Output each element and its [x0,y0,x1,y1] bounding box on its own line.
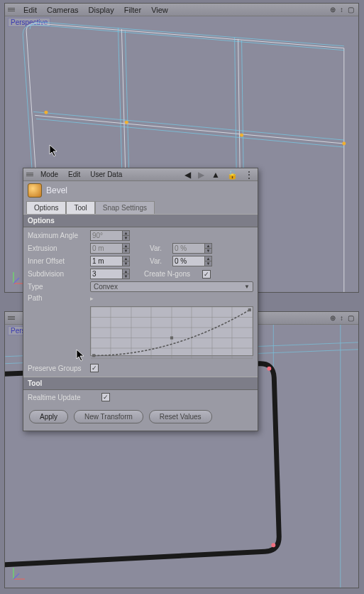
nav-up-icon[interactable]: ▲ [210,170,221,180]
label-type: Type [28,283,87,291]
drag-handle-icon[interactable] [26,173,33,176]
section-options: Options [23,214,258,227]
input-subdivision[interactable]: ▲▼ [90,269,130,279]
nav-max-icon[interactable]: ▢ [346,314,355,322]
label-inner-offset: Inner Offset [28,257,87,265]
label-preserve-groups: Preserve Groups [28,364,87,372]
tab-tool[interactable]: Tool [66,201,94,214]
svg-point-12 [240,134,243,137]
bevel-dialog: Mode Edit User Data ◀ ▶ ▲ 🔓 ⋮ Bevel Opti… [23,168,258,431]
checkbox-preserve-groups[interactable]: ✓ [90,364,99,372]
svg-point-10 [44,111,48,114]
tab-options[interactable]: Options [26,201,66,214]
nav-up-icon[interactable]: ⊕ [329,314,337,322]
nav-fwd-icon[interactable]: ▶ [197,170,206,180]
svg-rect-41 [92,354,95,357]
chevron-down-icon: ▼ [244,284,250,290]
section-tool: Tool [23,377,258,390]
nav-up-icon[interactable]: ⊕ [329,6,337,14]
nav-down-icon[interactable]: ↕ [338,6,345,14]
svg-line-25 [13,573,19,579]
drag-handle-icon[interactable] [8,316,15,320]
dialog-tabs: Options Tool Snap Settings [23,201,258,214]
svg-line-2 [35,115,344,144]
svg-point-22 [271,543,275,547]
input-extrusion[interactable]: ▲▼ [90,243,130,254]
dialog-menu-userdata[interactable]: User Data [87,171,125,178]
tool-title-row: Bevel [23,181,258,200]
svg-rect-42 [170,336,173,339]
svg-point-21 [267,367,271,371]
svg-rect-43 [248,308,251,311]
checkbox-realtime[interactable]: ✓ [101,393,110,401]
label-extrusion-var: Var. [150,244,170,252]
input-extrusion-var[interactable]: ▲▼ [172,243,212,254]
label-max-angle: Maximum Angle [28,232,87,239]
path-arrow-icon: ▸ [90,295,94,302]
lock-icon[interactable]: 🔓 [226,170,239,180]
nav-down-icon[interactable]: ↕ [338,314,345,322]
curve-editor[interactable] [90,306,253,356]
menu-edit[interactable]: Edit [19,6,41,14]
label-ngons: Create N-gons [144,270,199,278]
label-extrusion: Extrusion [28,244,87,252]
new-transform-button[interactable]: New Transform [74,410,143,423]
menu-icon[interactable]: ⋮ [243,170,255,180]
input-max-angle[interactable]: ▲▼ [90,230,130,241]
checkbox-ngons[interactable]: ✓ [202,270,211,279]
label-path: Path [28,294,87,302]
tool-name: Bevel [46,185,67,195]
viewport-menubar: Edit Cameras Display Filter View ⊕ ↕ ▢ [5,4,358,16]
nav-back-icon[interactable]: ◀ [183,170,192,180]
svg-line-9 [36,119,344,147]
svg-point-11 [125,121,128,124]
label-inner-var: Var. [150,257,170,265]
select-type[interactable]: Convex▼ [90,281,253,292]
label-realtime: Realtime Update [28,394,99,401]
drag-handle-icon[interactable] [8,8,15,11]
menu-view[interactable]: View [147,6,172,14]
svg-line-8 [33,112,344,140]
dialog-menu-edit[interactable]: Edit [65,171,83,178]
apply-button[interactable]: Apply [29,410,68,423]
input-inner-offset[interactable]: ▲▼ [90,256,130,266]
menu-display[interactable]: Display [84,6,118,14]
label-subdivision: Subdivision [28,270,87,278]
dialog-header[interactable]: Mode Edit User Data ◀ ▶ ▲ 🔓 ⋮ [23,168,258,181]
nav-max-icon[interactable]: ▢ [346,6,355,14]
input-inner-var[interactable]: ▲▼ [172,256,212,266]
reset-values-button[interactable]: Reset Values [149,410,212,423]
svg-line-16 [13,278,19,284]
menu-filter[interactable]: Filter [120,6,145,14]
svg-point-13 [342,142,346,146]
menu-cameras[interactable]: Cameras [43,6,83,14]
bevel-tool-icon [28,183,42,198]
tab-snap[interactable]: Snap Settings [95,201,155,214]
axis-gizmo-icon [9,563,29,583]
dialog-menu-mode[interactable]: Mode [38,171,61,178]
